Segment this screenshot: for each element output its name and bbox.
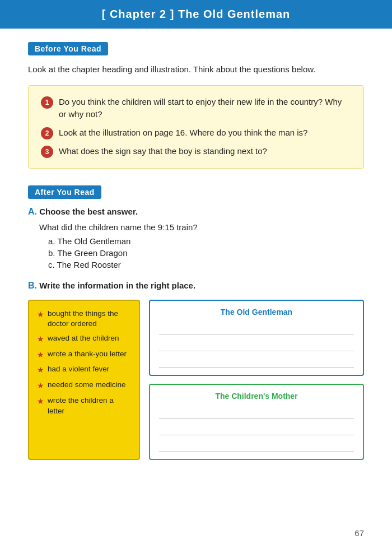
part-a-instruction: Choose the best answer. [39,207,138,216]
old-gentleman-title: The Old Gentleman [159,308,354,317]
part-a-label: A. Choose the best answer. [28,207,364,217]
q-num-3: 3 [41,146,53,158]
before-question-3: 3 What does the sign say that the boy is… [41,145,351,158]
source-item-1: ★ waved at the children [37,333,131,345]
write-line-cm-3[interactable] [159,440,354,452]
part-a-letter: A. [28,207,37,216]
star-icon-4: ★ [37,380,44,392]
choice-b-letter: b. [48,248,55,258]
before-intro-text: Look at the chapter heading and illustra… [28,63,364,76]
choice-c: c. The Red Rooster [48,260,364,269]
write-line-og-2[interactable] [159,339,354,351]
chapter-title: The Old Gentleman [178,8,290,20]
after-you-read-label: After You Read [28,185,101,199]
part-b-letter: B. [28,281,37,290]
chapter-label: [ Chapter 2 ] [102,8,175,20]
choice-b: b. The Green Dragon [48,248,364,258]
choices-list: a. The Old Gentleman b. The Green Dragon… [48,236,364,269]
star-icon-5: ★ [37,396,44,407]
choice-c-letter: c. [48,260,55,269]
target-boxes: The Old Gentleman The Children's Mother [149,300,364,460]
source-items-box: ★ bought the things the doctor ordered ★… [28,300,140,460]
source-text-5: wrote the children a letter [48,396,131,417]
before-q1-text: Do you think the children will start to … [59,96,351,121]
before-you-read-label: Before You Read [28,42,108,55]
before-q3-text: What does the sign say that the boy is s… [59,145,267,158]
star-icon-3: ★ [37,365,44,376]
star-icon-0: ★ [37,309,44,320]
source-item-0: ★ bought the things the doctor ordered [37,309,131,330]
write-line-og-1[interactable] [159,322,354,334]
part-b-label: B. Write the information in the right pl… [28,281,364,291]
write-line-og-3[interactable] [159,356,354,368]
star-icon-1: ★ [37,334,44,345]
q-num-2: 2 [41,127,53,139]
after-you-read-section: After You Read A. Choose the best answer… [28,185,364,460]
part-b-layout: ★ bought the things the doctor ordered ★… [28,300,364,460]
part-b-section: B. Write the information in the right pl… [28,281,364,460]
star-icon-2: ★ [37,350,44,361]
source-item-5: ★ wrote the children a letter [37,396,131,417]
before-question-2: 2 Look at the illustration on page 16. W… [41,127,351,139]
write-line-cm-1[interactable] [159,406,354,418]
source-item-4: ★ needed some medicine [37,380,131,392]
old-gentleman-box: The Old Gentleman [149,300,364,376]
source-text-2: wrote a thank-you letter [48,349,127,360]
part-a-section: A. Choose the best answer. What did the … [28,207,364,269]
childrens-mother-box: The Children's Mother [149,384,364,460]
before-you-read-section: Before You Read Look at the chapter head… [28,42,364,169]
page-number: 67 [354,528,364,538]
choice-b-text: The Green Dragon [57,248,127,258]
childrens-mother-title: The Children's Mother [159,392,354,401]
choice-c-text: The Red Rooster [57,260,121,269]
chapter-header: [ Chapter 2 ] The Old Gentleman [0,0,392,29]
before-questions-box: 1 Do you think the children will start t… [28,85,364,169]
choice-a-text: The Old Gentleman [57,236,130,246]
q-num-1: 1 [41,96,53,109]
part-a-question: What did the children name the 9:15 trai… [39,222,364,232]
before-q2-text: Look at the illustration on page 16. Whe… [59,127,307,139]
source-text-1: waved at the children [48,333,119,344]
source-item-2: ★ wrote a thank-you letter [37,349,131,361]
part-b-instruction: Write the information in the right place… [39,281,195,290]
source-text-3: had a violent fever [48,364,109,375]
source-item-3: ★ had a violent fever [37,364,131,376]
source-text-0: bought the things the doctor ordered [48,309,131,330]
choice-a: a. The Old Gentleman [48,236,364,246]
choice-a-letter: a. [48,236,55,246]
before-question-1: 1 Do you think the children will start t… [41,96,351,121]
source-text-4: needed some medicine [48,380,126,390]
write-line-cm-2[interactable] [159,423,354,435]
